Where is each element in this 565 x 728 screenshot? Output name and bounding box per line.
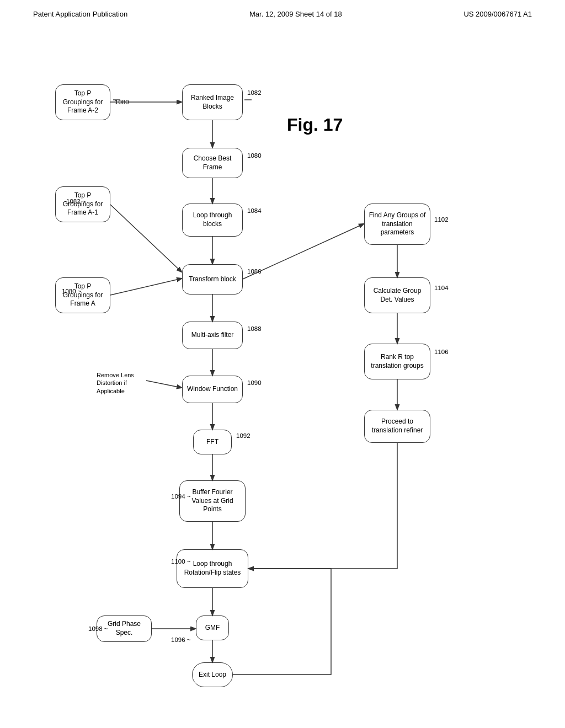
page-header: Patent Application Publication Mar. 12, … — [0, 0, 565, 24]
box-calculate-group: Calculate Group Det. Values — [364, 277, 430, 313]
box-multi-axis-filter: Multi-axis filter — [182, 322, 243, 349]
box-loop-rotation: Loop through Rotation/Flip states — [177, 549, 248, 588]
label-1080-choose: 1080 — [247, 152, 262, 160]
box-transform-block: Transform block — [182, 264, 243, 295]
svg-line-20 — [146, 381, 182, 388]
diagram-arrows — [0, 29, 565, 713]
box-proceed: Proceed to translation refiner — [364, 410, 430, 443]
label-1106: 1106 — [434, 348, 449, 356]
label-1098: 1098 ~ — [88, 625, 108, 633]
header-left: Patent Application Publication — [33, 10, 127, 18]
box-find-groups: Find Any Groups of translation parameter… — [364, 204, 430, 245]
box-top-p-a2: Top P Groupings for Frame A-2 — [55, 84, 110, 120]
label-1100: 1100 ~ — [171, 558, 191, 566]
label-1090: 1090 — [247, 379, 262, 387]
box-choose-best-frame: Choose Best Frame — [182, 148, 243, 178]
label-1082-a1: 1082 ~ — [66, 197, 86, 206]
label-1086: 1086 — [247, 267, 262, 276]
label-1104: 1104 — [434, 284, 449, 292]
box-exit-loop: Exit Loop — [192, 662, 233, 687]
label-1088: 1088 — [247, 325, 262, 333]
box-buffer-fourier: Buffer Fourier Values at Grid Points — [179, 480, 246, 522]
label-1092: 1092 — [236, 432, 250, 440]
label-1094: 1094 ~ — [171, 493, 191, 501]
label-1082-ranked: 1082 — [247, 89, 262, 97]
label-1080-a: 1080 ~ — [62, 287, 82, 296]
box-rank-top: Rank R top translation groups — [364, 344, 430, 379]
label-1080-top: 1080 — [115, 98, 129, 106]
box-fft: FFT — [193, 430, 232, 454]
header-center: Mar. 12, 2009 Sheet 14 of 18 — [249, 10, 342, 18]
box-loop-through-blocks: Loop through blocks — [182, 204, 243, 237]
label-1102: 1102 — [434, 216, 449, 224]
label-remove-lens: Remove LensDistortion ifApplicable — [97, 371, 134, 395]
diagram-area: Fig. 17 Ranked Image Blocks Choose Best … — [0, 29, 565, 713]
svg-line-13 — [110, 279, 182, 295]
box-window-function: Window Function — [182, 376, 243, 403]
header-right: US 2009/0067671 A1 — [463, 10, 532, 18]
svg-line-12 — [110, 205, 182, 272]
box-ranked-image-blocks: Ranked Image Blocks — [182, 84, 243, 120]
fig-label: Fig. 17 — [287, 115, 343, 135]
label-1096: 1096 ~ — [171, 636, 191, 644]
box-gmf: GMF — [196, 615, 229, 640]
label-1084: 1084 — [247, 207, 262, 215]
